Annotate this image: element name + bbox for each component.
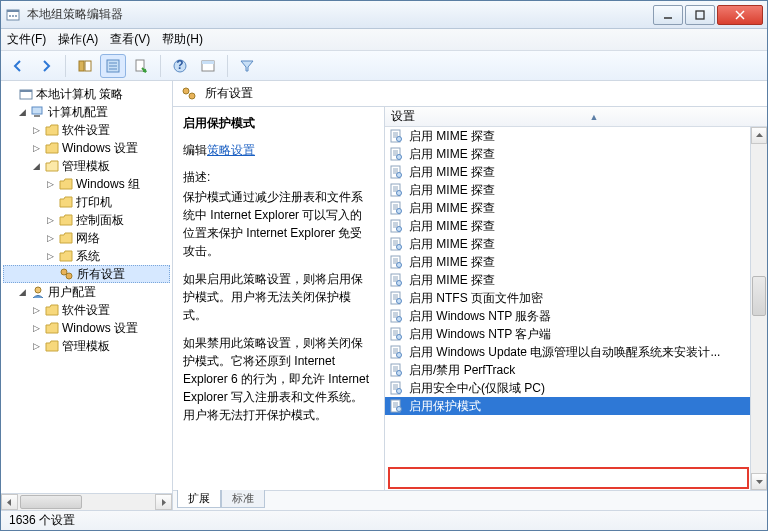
titlebar[interactable]: 本地组策略编辑器 (1, 1, 767, 29)
svg-rect-23 (34, 115, 40, 117)
list-item[interactable]: 启用保护模式 (385, 397, 767, 415)
tab-standard[interactable]: 标准 (221, 490, 265, 508)
policy-item-icon (389, 291, 403, 305)
settings-list[interactable]: 启用 MIME 探查启用 MIME 探查启用 MIME 探查启用 MIME 探查… (385, 127, 767, 490)
tree-system[interactable]: ▷系统 (3, 247, 170, 265)
scroll-left-button[interactable] (1, 494, 18, 510)
tree-windows-components[interactable]: ▷Windows 组 (3, 175, 170, 193)
minimize-button[interactable] (653, 5, 683, 25)
folder-icon (59, 214, 73, 226)
details-tabs: 扩展 标准 (173, 490, 767, 510)
toolbar-separator (227, 55, 228, 77)
expand-icon[interactable]: ▷ (31, 305, 42, 315)
folder-icon (45, 142, 59, 154)
policy-item-icon (389, 255, 403, 269)
filter-button[interactable] (234, 54, 260, 78)
tree-label: 软件设置 (62, 302, 110, 319)
list-item[interactable]: 启用 MIME 探查 (385, 217, 767, 235)
description-paragraph: 如果启用此策略设置，则将启用保护模式。用户将无法关闭保护模式。 (183, 270, 374, 324)
scroll-thumb[interactable] (20, 495, 82, 509)
list-item[interactable]: 启用 Windows NTP 服务器 (385, 307, 767, 325)
expand-icon[interactable]: ▷ (31, 125, 42, 135)
tree-label: 计算机配置 (48, 104, 108, 121)
list-item[interactable]: 启用 Windows Update 电源管理以自动唤醒系统来安装计... (385, 343, 767, 361)
column-settings[interactable]: 设置 (385, 108, 421, 125)
folder-icon (59, 196, 73, 208)
menu-file[interactable]: 文件(F) (7, 31, 46, 48)
edit-policy-link[interactable]: 策略设置 (207, 143, 255, 157)
list-item[interactable]: 启用安全中心(仅限域 PC) (385, 379, 767, 397)
tree-root[interactable]: 本地计算机 策略 (3, 85, 170, 103)
help-button[interactable]: ? (167, 54, 193, 78)
list-item[interactable]: 启用 Windows NTP 客户端 (385, 325, 767, 343)
forward-button[interactable] (33, 54, 59, 78)
tab-extended[interactable]: 扩展 (177, 490, 221, 508)
expand-icon[interactable]: ▷ (31, 143, 42, 153)
policy-item-icon (389, 273, 403, 287)
tree-admin-templates[interactable]: ◢管理模板 (3, 157, 170, 175)
collapse-icon[interactable]: ◢ (17, 107, 28, 117)
maximize-button[interactable] (685, 5, 715, 25)
tree-windows-settings[interactable]: ▷Windows 设置 (3, 139, 170, 157)
expand-icon[interactable]: ▷ (31, 341, 42, 351)
properties-button[interactable] (100, 54, 126, 78)
expand-icon[interactable]: ▷ (45, 251, 56, 261)
scroll-down-button[interactable] (751, 473, 767, 490)
list-item-label: 启用 MIME 探查 (409, 254, 495, 271)
list-item[interactable]: 启用 MIME 探查 (385, 199, 767, 217)
list-item[interactable]: 启用 MIME 探查 (385, 163, 767, 181)
expand-icon[interactable]: ▷ (45, 215, 56, 225)
svg-point-4 (15, 15, 17, 17)
tree-windows-settings-2[interactable]: ▷Windows 设置 (3, 319, 170, 337)
scroll-right-button[interactable] (155, 494, 172, 510)
tree-computer-config[interactable]: ◢计算机配置 (3, 103, 170, 121)
scroll-up-button[interactable] (751, 127, 767, 144)
tree-label: 所有设置 (77, 266, 125, 283)
list-item-label: 启用/禁用 PerfTrack (409, 362, 515, 379)
list-item[interactable]: 启用/禁用 PerfTrack (385, 361, 767, 379)
tree-network[interactable]: ▷网络 (3, 229, 170, 247)
scroll-thumb[interactable] (752, 276, 766, 316)
policy-item-icon (389, 219, 403, 233)
list-item[interactable]: 启用 MIME 探查 (385, 253, 767, 271)
tree-printers[interactable]: 打印机 (3, 193, 170, 211)
tree[interactable]: 本地计算机 策略 ◢计算机配置 ▷软件设置 ▷Windows 设置 ◢管理模板 … (1, 81, 172, 493)
tree-label: 管理模板 (62, 338, 110, 355)
tree-all-settings[interactable]: 所有设置 (3, 265, 170, 283)
options-button[interactable] (195, 54, 221, 78)
svg-rect-6 (696, 11, 704, 19)
list-item[interactable]: 启用 NTFS 页面文件加密 (385, 289, 767, 307)
menu-view[interactable]: 查看(V) (110, 31, 150, 48)
tree-admin-templates-2[interactable]: ▷管理模板 (3, 337, 170, 355)
collapse-icon[interactable]: ◢ (31, 161, 42, 171)
tree-label: 系统 (76, 248, 100, 265)
back-button[interactable] (5, 54, 31, 78)
expand-icon[interactable]: ▷ (31, 323, 42, 333)
policy-item-icon (389, 237, 403, 251)
menu-help[interactable]: 帮助(H) (162, 31, 203, 48)
list-item[interactable]: 启用 MIME 探查 (385, 145, 767, 163)
menu-action[interactable]: 操作(A) (58, 31, 98, 48)
tree-label: Windows 设置 (62, 140, 138, 157)
tree-label: 控制面板 (76, 212, 124, 229)
tree-software-settings[interactable]: ▷软件设置 (3, 121, 170, 139)
svg-point-98 (397, 371, 402, 376)
tree-software-settings-2[interactable]: ▷软件设置 (3, 301, 170, 319)
tree-user-config[interactable]: ◢用户配置 (3, 283, 170, 301)
expand-icon[interactable]: ▷ (45, 233, 56, 243)
list-vscrollbar[interactable] (750, 127, 767, 490)
list-item-label: 启用 MIME 探查 (409, 272, 495, 289)
list-item[interactable]: 启用 MIME 探查 (385, 127, 767, 145)
tree-pane: 本地计算机 策略 ◢计算机配置 ▷软件设置 ▷Windows 设置 ◢管理模板 … (1, 81, 173, 510)
expand-icon[interactable]: ▷ (45, 179, 56, 189)
tree-hscrollbar[interactable] (1, 493, 172, 510)
tree-control-panel[interactable]: ▷控制面板 (3, 211, 170, 229)
close-button[interactable] (717, 5, 763, 25)
list-item[interactable]: 启用 MIME 探查 (385, 181, 767, 199)
show-hide-tree-button[interactable] (72, 54, 98, 78)
export-list-button[interactable] (128, 54, 154, 78)
list-item[interactable]: 启用 MIME 探查 (385, 235, 767, 253)
collapse-icon[interactable]: ◢ (17, 287, 28, 297)
list-item[interactable]: 启用 MIME 探查 (385, 271, 767, 289)
toolbar-separator (65, 55, 66, 77)
